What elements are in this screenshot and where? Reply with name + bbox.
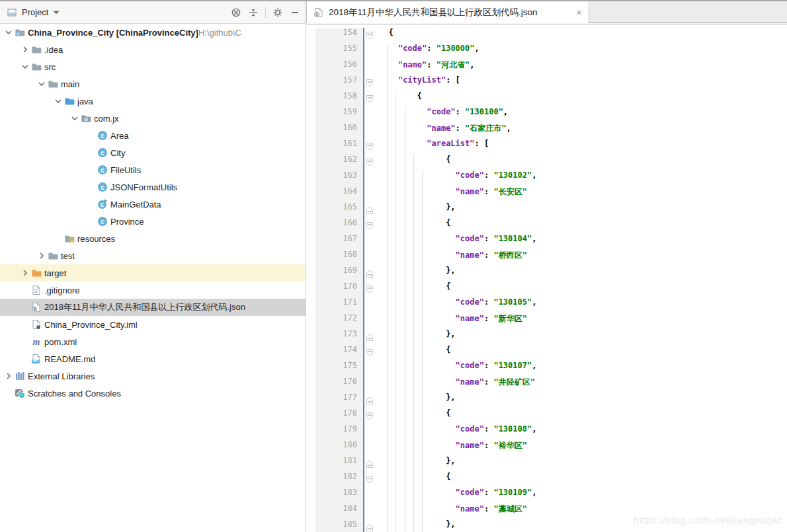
code-line-178[interactable]: 178 { [306, 408, 787, 424]
tree-item-.idea[interactable]: .idea [0, 41, 306, 58]
tree-item-readme.md[interactable]: MDREADME.md [0, 350, 306, 367]
chevron-expanded-icon[interactable] [3, 27, 15, 38]
fold-marker-icon[interactable] [366, 332, 374, 342]
fold-marker-icon[interactable] [366, 396, 374, 405]
fold-marker-icon[interactable] [366, 523, 374, 532]
fold-marker-icon[interactable] [366, 95, 374, 104]
code-area[interactable]: 154 {155 "code": "130000",156 "name": "河… [306, 28, 787, 532]
tree-item-test[interactable]: test [0, 247, 306, 264]
code-line-163[interactable]: 163 "code": "130102", [306, 171, 787, 186]
tree-item-scratches-and-consoles[interactable]: Scratches and Consoles [0, 385, 306, 402]
project-toolwindow-icon[interactable] [7, 7, 17, 18]
code-line-174[interactable]: 174 { [306, 345, 787, 361]
code-line-183[interactable]: 183 "code": "130109", [306, 488, 787, 504]
tree-item-.gitignore[interactable]: .gitignore [0, 282, 306, 299]
tree-item-main[interactable]: main [0, 75, 306, 93]
fold-marker-icon[interactable] [366, 158, 374, 167]
tree-item-china-province-city.iml[interactable]: China_Province_City.iml [0, 316, 306, 333]
code-line-158[interactable]: 158 { [306, 91, 787, 107]
chevron-collapsed-icon[interactable] [3, 371, 15, 381]
chevron-expanded-icon[interactable] [19, 61, 31, 72]
tree-item-com.jx[interactable]: com.jx [0, 110, 306, 127]
json-punctuation: : [484, 297, 493, 307]
tree-item-maingetdata[interactable]: cMainGetData [0, 196, 306, 213]
chevron-down-icon[interactable] [51, 7, 59, 18]
code-line-167[interactable]: 167 "code": "130104", [306, 234, 787, 250]
code-line-154[interactable]: 154 { [306, 28, 787, 44]
editor-body[interactable]: 154 {155 "code": "130000",156 "name": "河… [306, 28, 787, 532]
tree-item-province[interactable]: cProvince [0, 213, 306, 230]
fold-marker-icon[interactable] [366, 31, 374, 40]
code-line-168[interactable]: 168 "name": "桥西区" [306, 250, 787, 266]
code-line-170[interactable]: 170 { [306, 282, 787, 297]
editor-tab[interactable]: {} 2018年11月中华人民共和国县以上行政区划代码.json × [306, 1, 589, 23]
code-text: { [379, 408, 450, 424]
code-line-166[interactable]: 166 { [306, 218, 787, 234]
tree-item-2018-11-.json[interactable]: {}2018年11月中华人民共和国县以上行政区划代码.json [0, 299, 306, 316]
code-line-173[interactable]: 173 }, [306, 329, 787, 345]
fold-marker-icon[interactable] [366, 206, 374, 215]
hide-icon[interactable] [290, 7, 300, 18]
tree-item-target[interactable]: target [0, 264, 306, 282]
tab-close-icon[interactable]: × [576, 7, 582, 17]
fold-marker-icon[interactable] [366, 475, 374, 484]
chevron-expanded-icon[interactable] [52, 96, 64, 106]
chevron-collapsed-icon[interactable] [36, 250, 48, 261]
tree-item-java[interactable]: java [0, 93, 306, 110]
code-line-171[interactable]: 171 "code": "130105", [306, 297, 787, 313]
tree-item-resources[interactable]: resources [0, 230, 306, 247]
code-line-157[interactable]: 157 "cityList": [ [306, 75, 787, 91]
tree-item-label: target [44, 268, 66, 278]
fold-marker-icon[interactable] [366, 459, 374, 469]
tree-item-fileutils[interactable]: cFileUtils [0, 161, 306, 178]
code-line-177[interactable]: 177 }, [306, 393, 787, 408]
code-line-175[interactable]: 175 "code": "130107", [306, 361, 787, 377]
fold-marker-icon[interactable] [366, 348, 374, 358]
code-line-161[interactable]: 161 "areaList": [ [306, 139, 787, 155]
project-panel-toolbar [231, 7, 300, 19]
json-punctuation: , [532, 234, 536, 243]
code-text: }, [379, 456, 456, 472]
code-line-155[interactable]: 155 "code": "130000", [306, 44, 787, 59]
code-line-179[interactable]: 179 "code": "130108", [306, 424, 787, 440]
fold-marker-icon[interactable] [366, 221, 374, 231]
fold-marker-icon[interactable] [366, 412, 374, 421]
folder-excluded-icon [31, 268, 43, 278]
tree-item-src[interactable]: src [0, 58, 306, 75]
code-line-180[interactable]: 180 "name": "裕华区" [306, 440, 787, 456]
folder-icon [48, 250, 60, 261]
chevron-collapsed-icon[interactable] [19, 44, 31, 55]
fold-marker-icon[interactable] [366, 142, 374, 151]
tree-item-china-province-city-chinaprovincecity[interactable]: China_Province_City [ChinaProvinceCity] … [0, 24, 306, 41]
code-line-162[interactable]: 162 { [306, 155, 787, 171]
fold-marker-icon[interactable] [366, 269, 374, 278]
locate-icon[interactable] [231, 7, 241, 18]
fold-marker-icon[interactable] [366, 79, 374, 88]
tree-item-label: com.jx [94, 114, 119, 124]
tree-item-jsonformatutils[interactable]: cJSONFormatUtils [0, 178, 306, 196]
tree-item-label: pom.xml [44, 337, 77, 347]
project-panel-title[interactable]: Project [22, 7, 48, 17]
tree-item-area[interactable]: cArea [0, 127, 306, 144]
collapse-all-icon[interactable] [248, 7, 259, 18]
code-line-172[interactable]: 172 "name": "新华区" [306, 313, 787, 329]
gear-icon[interactable] [272, 7, 283, 18]
folder-resources-icon [64, 233, 76, 244]
code-line-169[interactable]: 169 }, [306, 266, 787, 282]
code-text: "code": "130108", [379, 424, 536, 440]
tree-item-city[interactable]: cCity [0, 144, 306, 161]
tree-item-pom.xml[interactable]: mpom.xml [0, 333, 306, 350]
code-line-160[interactable]: 160 "name": "石家庄市", [306, 123, 787, 139]
code-line-156[interactable]: 156 "name": "河北省", [306, 59, 787, 75]
code-line-165[interactable]: 165 }, [306, 202, 787, 218]
code-line-176[interactable]: 176 "name": "井陉矿区" [306, 377, 787, 393]
chevron-expanded-icon[interactable] [69, 113, 81, 124]
chevron-collapsed-icon[interactable] [19, 268, 31, 278]
tree-item-external-libraries[interactable]: External Libraries [0, 367, 306, 385]
code-line-181[interactable]: 181 }, [306, 456, 787, 472]
code-line-182[interactable]: 182 { [306, 472, 787, 488]
code-line-164[interactable]: 164 "name": "长安区" [306, 186, 787, 202]
chevron-expanded-icon[interactable] [36, 79, 48, 89]
code-line-159[interactable]: 159 "code": "130100", [306, 107, 787, 123]
fold-marker-icon[interactable] [366, 285, 374, 294]
